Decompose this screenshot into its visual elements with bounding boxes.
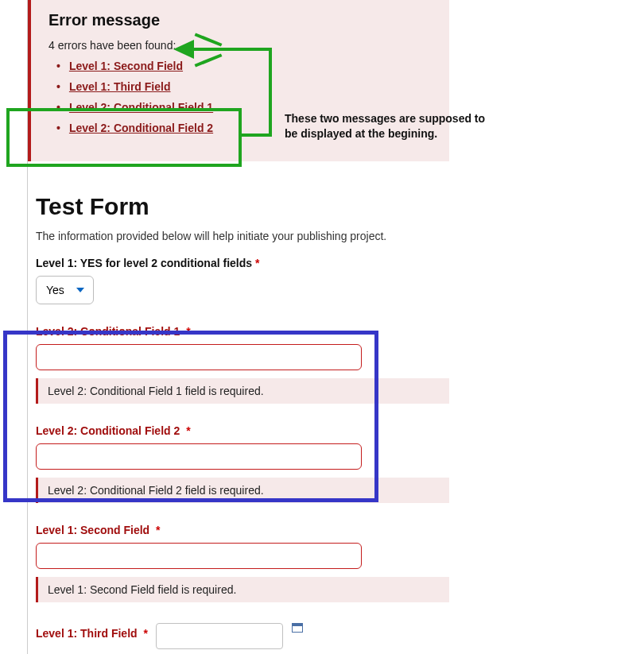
calendar-icon[interactable]	[292, 623, 303, 633]
required-icon: *	[255, 257, 259, 269]
form-title: Test Form	[36, 193, 465, 220]
error-item: • Level 1: Second Field	[56, 60, 432, 72]
cond1-input[interactable]	[36, 344, 362, 370]
error-summary: Error message 4 errors have been found: …	[28, 0, 449, 161]
bullet-icon: •	[56, 122, 66, 134]
error-link-third[interactable]: Level 1: Third Field	[69, 80, 171, 93]
error-link-cond1[interactable]: Level 2: Conditional Field 1	[69, 101, 213, 114]
error-count: 4 errors have been found:	[48, 39, 432, 52]
cond2-error: Level 2: Conditional Field 2 field is re…	[36, 478, 449, 503]
error-item: • Level 2: Conditional Field 1	[56, 101, 432, 114]
error-summary-heading: Error message	[48, 11, 432, 29]
cond1-error: Level 2: Conditional Field 1 field is re…	[36, 378, 449, 404]
error-item: • Level 2: Conditional Field 2	[56, 122, 432, 134]
required-icon: *	[183, 325, 190, 338]
bullet-icon: •	[56, 101, 66, 114]
error-list: • Level 1: Second Field • Level 1: Third…	[48, 60, 432, 134]
cond2-group: Level 2: Conditional Field 2 * Level 2: …	[36, 424, 465, 503]
cond1-label: Level 2: Conditional Field 1 *	[36, 325, 465, 338]
bullet-icon: •	[56, 60, 66, 72]
bullet-icon: •	[56, 80, 66, 93]
level1-toggle-select[interactable]: Yes	[36, 276, 94, 304]
second-input[interactable]	[36, 543, 362, 569]
third-input[interactable]	[156, 623, 283, 649]
second-label: Level 1: Second Field *	[36, 524, 465, 536]
cond2-input[interactable]	[36, 443, 362, 470]
third-group: Level 1: Third Field * Level 1: Third Fi…	[36, 623, 465, 654]
second-group: Level 1: Second Field * Level 1: Second …	[36, 524, 465, 602]
cond2-label: Level 2: Conditional Field 2 *	[36, 424, 465, 437]
level1-toggle-select-wrap: Yes	[36, 276, 94, 304]
error-link-second[interactable]: Level 1: Second Field	[69, 60, 183, 72]
required-icon: *	[153, 524, 160, 536]
level1-toggle-label: Level 1: YES for level 2 conditional fie…	[36, 257, 465, 269]
error-item: • Level 1: Third Field	[56, 80, 432, 93]
error-link-cond2[interactable]: Level 2: Conditional Field 2	[69, 122, 213, 134]
form-intro: The information provided below will help…	[36, 230, 465, 242]
second-error: Level 1: Second Field field is required.	[36, 577, 449, 602]
third-label: Level 1: Third Field *	[36, 627, 148, 640]
required-icon: *	[141, 627, 148, 640]
form-section: Test Form The information provided below…	[28, 161, 473, 654]
required-icon: *	[183, 424, 190, 437]
level1-toggle-group: Level 1: YES for level 2 conditional fie…	[36, 257, 465, 304]
cond1-group: Level 2: Conditional Field 1 * Level 2: …	[36, 325, 465, 404]
